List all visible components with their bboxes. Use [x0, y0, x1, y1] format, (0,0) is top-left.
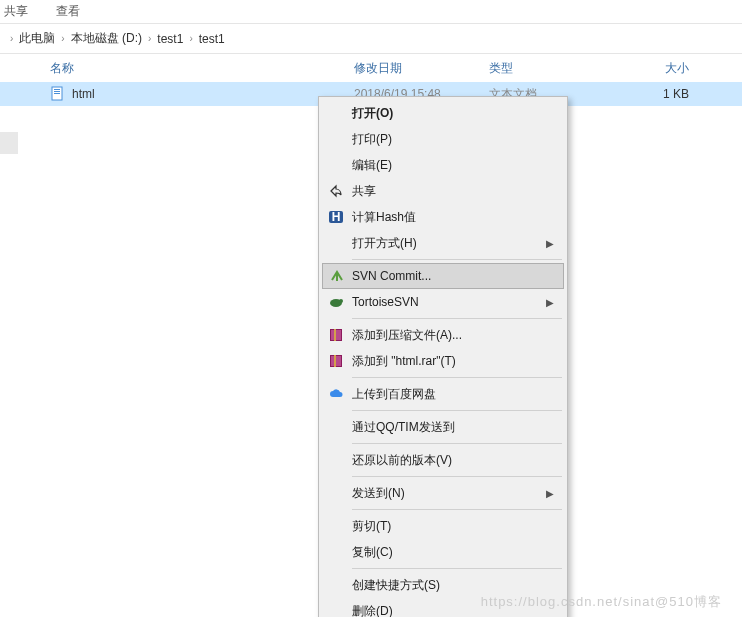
column-date[interactable]: 修改日期 [354, 60, 489, 77]
chevron-right-icon: ▶ [546, 488, 554, 499]
svg-rect-10 [334, 329, 336, 341]
menu-add-rar[interactable]: 添加到 "html.rar"(T) [322, 348, 564, 374]
menu-separator [352, 377, 562, 378]
chevron-right-icon: › [148, 33, 151, 44]
svg-point-7 [339, 299, 343, 303]
tab-view[interactable]: 查看 [56, 3, 80, 20]
menu-separator [352, 476, 562, 477]
chevron-right-icon: › [10, 33, 13, 44]
tab-share[interactable]: 共享 [4, 3, 28, 20]
nav-stub [0, 132, 18, 154]
menu-separator [352, 410, 562, 411]
chevron-right-icon: ▶ [546, 297, 554, 308]
menu-restore[interactable]: 还原以前的版本(V) [322, 447, 564, 473]
menu-tortoisesvn[interactable]: TortoiseSVN▶ [322, 289, 564, 315]
menu-share[interactable]: 共享 [322, 178, 564, 204]
chevron-right-icon: › [189, 33, 192, 44]
menu-separator [352, 443, 562, 444]
column-size[interactable]: 大小 [629, 60, 689, 77]
breadcrumb-item[interactable]: test1 [199, 32, 225, 46]
svg-rect-1 [54, 89, 60, 90]
watermark: https://blog.csdn.net/sinat@510博客 [481, 593, 722, 611]
svg-text:H: H [332, 210, 341, 224]
column-name[interactable]: 名称 [50, 60, 354, 77]
column-headers: 名称 修改日期 类型 大小 [0, 54, 742, 82]
share-icon [327, 182, 345, 200]
menu-copy[interactable]: 复制(C) [322, 539, 564, 565]
menu-openwith[interactable]: 打开方式(H)▶ [322, 230, 564, 256]
menu-baidu[interactable]: 上传到百度网盘 [322, 381, 564, 407]
breadcrumb[interactable]: › 此电脑 › 本地磁盘 (D:) › test1 › test1 [0, 24, 742, 54]
svg-rect-2 [54, 91, 60, 92]
chevron-right-icon: ▶ [546, 238, 554, 249]
window-tabs: 共享 查看 [0, 0, 742, 24]
context-menu: 打开(O) 打印(P) 编辑(E) 共享 H 计算Hash值 打开方式(H)▶ … [318, 96, 568, 617]
hash-icon: H [327, 208, 345, 226]
menu-hash[interactable]: H 计算Hash值 [322, 204, 564, 230]
tortoise-icon [327, 293, 345, 311]
file-icon [50, 86, 66, 102]
chevron-right-icon: › [61, 33, 64, 44]
breadcrumb-item[interactable]: 此电脑 [19, 30, 55, 47]
menu-sendto[interactable]: 发送到(N)▶ [322, 480, 564, 506]
rar-icon [327, 352, 345, 370]
menu-separator [352, 509, 562, 510]
menu-cut[interactable]: 剪切(T) [322, 513, 564, 539]
column-type[interactable]: 类型 [489, 60, 629, 77]
menu-separator [352, 318, 562, 319]
menu-edit[interactable]: 编辑(E) [322, 152, 564, 178]
menu-print[interactable]: 打印(P) [322, 126, 564, 152]
menu-open[interactable]: 打开(O) [322, 100, 564, 126]
svn-commit-icon [328, 267, 346, 285]
cloud-icon [327, 385, 345, 403]
breadcrumb-item[interactable]: 本地磁盘 (D:) [71, 30, 142, 47]
menu-add-archive[interactable]: 添加到压缩文件(A)... [322, 322, 564, 348]
rar-icon [327, 326, 345, 344]
file-name: html [72, 87, 354, 101]
file-size: 1 KB [629, 87, 689, 101]
breadcrumb-item[interactable]: test1 [157, 32, 183, 46]
menu-separator [352, 259, 562, 260]
menu-svn-commit[interactable]: SVN Commit... [322, 263, 564, 289]
svg-rect-13 [334, 355, 336, 367]
menu-separator [352, 568, 562, 569]
svg-rect-3 [54, 93, 60, 94]
menu-qqtim[interactable]: 通过QQ/TIM发送到 [322, 414, 564, 440]
